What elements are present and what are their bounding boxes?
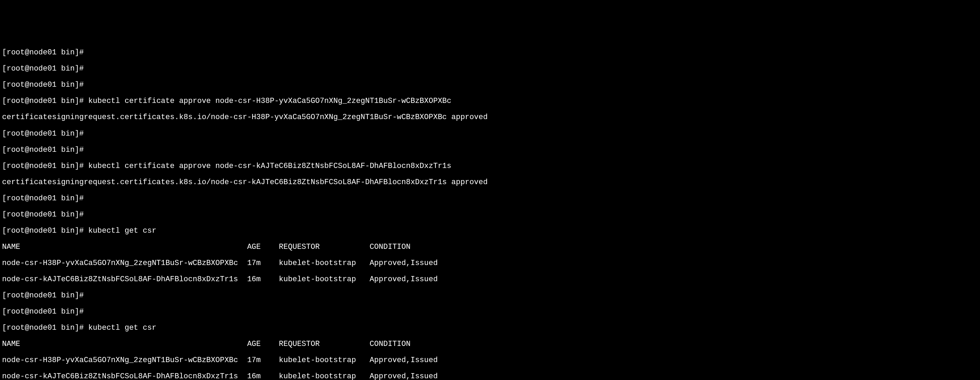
prompt-line: [root@node01 bin]# <box>2 195 978 203</box>
command-line: [root@node01 bin]# kubectl get csr <box>2 324 978 332</box>
csr-row: node-csr-kAJTeC6Biz8ZtNsbFCSoL8AF-DhAFBl… <box>2 275 978 284</box>
prompt: [root@node01 bin]# <box>2 64 88 73</box>
prompt: [root@node01 bin]# <box>2 48 88 57</box>
command-line: [root@node01 bin]# kubectl certificate a… <box>2 162 978 170</box>
prompt-line: [root@node01 bin]# <box>2 292 978 300</box>
output-line: certificatesigningrequest.certificates.k… <box>2 178 978 187</box>
output-line: certificatesigningrequest.certificates.k… <box>2 113 978 121</box>
prompt: [root@node01 bin]# <box>2 227 88 235</box>
csr-header: NAME AGE REQUESTOR CONDITION <box>2 340 978 348</box>
prompt: [root@node01 bin]# <box>2 194 88 203</box>
prompt-line: [root@node01 bin]# <box>2 65 978 73</box>
prompt-line: [root@node01 bin]# <box>2 211 978 219</box>
prompt: [root@node01 bin]# <box>2 210 88 219</box>
csr-row: node-csr-H38P-yvXaCa5GO7nXNg_2zegNT1BuSr… <box>2 259 978 267</box>
prompt: [root@node01 bin]# <box>2 145 88 154</box>
command-line: [root@node01 bin]# kubectl certificate a… <box>2 97 978 105</box>
command-line: [root@node01 bin]# kubectl get csr <box>2 227 978 235</box>
prompt: [root@node01 bin]# <box>2 81 88 89</box>
prompt-line: [root@node01 bin]# <box>2 308 978 316</box>
command-text: kubectl get csr <box>88 227 156 235</box>
prompt-line: [root@node01 bin]# <box>2 146 978 154</box>
csr-row: node-csr-H38P-yvXaCa5GO7nXNg_2zegNT1BuSr… <box>2 356 978 364</box>
csr-row: node-csr-kAJTeC6Biz8ZtNsbFCSoL8AF-DhAFBl… <box>2 372 978 380</box>
csr-header: NAME AGE REQUESTOR CONDITION <box>2 243 978 251</box>
prompt-line: [root@node01 bin]# <box>2 130 978 138</box>
command-text: kubectl certificate approve node-csr-H38… <box>88 97 451 105</box>
prompt: [root@node01 bin]# <box>2 97 88 105</box>
command-text: kubectl get csr <box>88 324 156 332</box>
prompt: [root@node01 bin]# <box>2 162 88 170</box>
prompt: [root@node01 bin]# <box>2 291 88 300</box>
prompt: [root@node01 bin]# <box>2 307 88 316</box>
prompt-line: [root@node01 bin]# <box>2 81 978 89</box>
command-text: kubectl certificate approve node-csr-kAJ… <box>88 162 451 170</box>
prompt-line: [root@node01 bin]# <box>2 48 978 57</box>
prompt: [root@node01 bin]# <box>2 129 88 138</box>
prompt: [root@node01 bin]# <box>2 324 88 332</box>
terminal[interactable]: [root@node01 bin]# [root@node01 bin]# [r… <box>0 41 980 380</box>
